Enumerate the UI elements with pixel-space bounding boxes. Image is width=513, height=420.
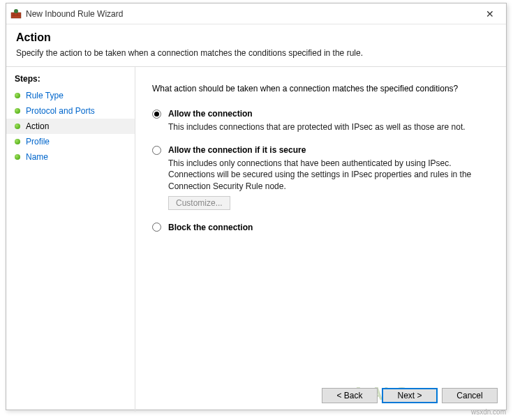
wizard-footer: < Back Next > Cancel — [322, 388, 498, 403]
radio-allow-secure[interactable] — [152, 146, 161, 155]
bullet-icon — [15, 154, 20, 160]
option-block-title: Block the connection — [168, 223, 253, 232]
option-allow-secure-title: Allow the connection if it is secure — [168, 145, 306, 155]
step-label: Profile — [26, 137, 50, 147]
bullet-icon — [15, 123, 20, 129]
close-button[interactable]: ✕ — [474, 3, 506, 24]
step-label: Rule Type — [26, 91, 64, 100]
content-prompt: What action should be taken when a conne… — [152, 84, 481, 93]
step-profile[interactable]: Profile — [6, 134, 135, 149]
option-allow-title: Allow the connection — [168, 109, 253, 119]
step-protocol-and-ports[interactable]: Protocol and Ports — [6, 103, 135, 119]
page-title: Action — [16, 31, 496, 44]
wizard-header: Action Specify the action to be taken wh… — [6, 24, 506, 67]
window-title: New Inbound Rule Wizard — [26, 9, 474, 19]
bullet-icon — [15, 108, 20, 114]
page-subtitle: Specify the action to be taken when a co… — [16, 48, 496, 58]
firewall-icon — [10, 8, 22, 20]
titlebar: New Inbound Rule Wizard ✕ — [6, 3, 506, 24]
option-allow-desc: This includes connections that are prote… — [168, 121, 481, 133]
bullet-icon — [15, 93, 20, 98]
wizard-window: New Inbound Rule Wizard ✕ Action Specify… — [6, 3, 507, 410]
step-name[interactable]: Name — [6, 149, 135, 165]
step-rule-type[interactable]: Rule Type — [6, 88, 135, 103]
next-button[interactable]: Next > — [382, 388, 438, 403]
svg-point-5 — [14, 9, 18, 13]
option-block-head[interactable]: Block the connection — [152, 223, 481, 232]
wizard-content: What action should be taken when a conne… — [135, 67, 506, 412]
bullet-icon — [15, 139, 20, 144]
wizard-body: Steps: Rule Type Protocol and Ports Acti… — [6, 67, 506, 412]
option-allow-secure-head[interactable]: Allow the connection if it is secure — [152, 145, 481, 155]
option-block: Block the connection — [152, 223, 481, 232]
customize-button: Customize... — [168, 196, 230, 210]
option-allow: Allow the connection This includes conne… — [152, 109, 481, 133]
step-label: Name — [26, 152, 48, 162]
radio-block[interactable] — [152, 223, 161, 232]
steps-sidebar: Steps: Rule Type Protocol and Ports Acti… — [6, 67, 135, 412]
step-label: Protocol and Ports — [26, 106, 95, 116]
source-watermark: wsxdn.com — [471, 408, 506, 416]
option-allow-secure: Allow the connection if it is secure Thi… — [152, 145, 481, 210]
option-allow-head[interactable]: Allow the connection — [152, 109, 481, 119]
radio-allow[interactable] — [152, 110, 161, 119]
steps-heading: Steps: — [6, 74, 135, 88]
option-allow-secure-desc: This includes only connections that have… — [168, 158, 481, 192]
cancel-button[interactable]: Cancel — [442, 388, 498, 403]
step-label: Action — [26, 121, 49, 131]
step-action[interactable]: Action — [6, 119, 135, 134]
back-button[interactable]: < Back — [322, 388, 378, 403]
